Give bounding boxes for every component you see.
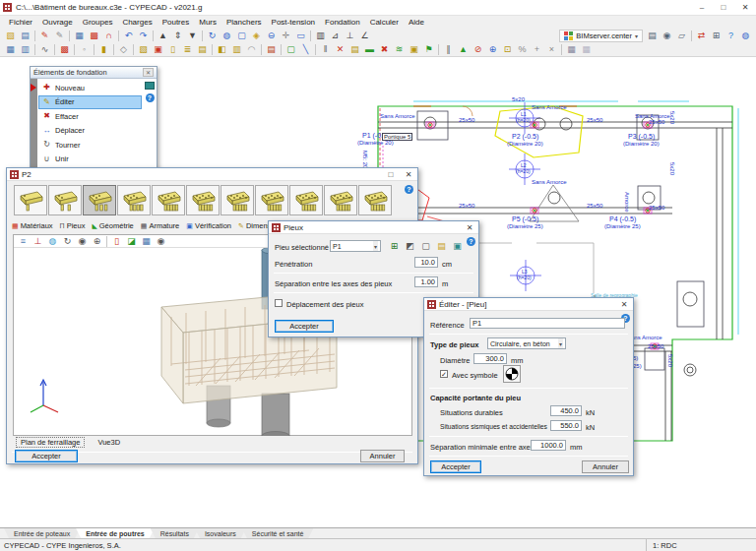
undo-icon[interactable]: ↶ xyxy=(121,30,136,42)
p2-accept-button[interactable]: Accepter xyxy=(15,450,78,462)
reference-field[interactable]: P1 xyxy=(470,318,625,329)
menu-groupes[interactable]: Groupes xyxy=(78,17,118,28)
column-insert-icon[interactable]: ▮ xyxy=(96,43,111,56)
plus-icon[interactable]: + xyxy=(530,43,544,56)
axes-icon[interactable]: ⊥ xyxy=(31,235,45,248)
pilecap-type-1[interactable] xyxy=(14,185,47,215)
layer-center-icon[interactable]: ⇕ xyxy=(170,30,185,42)
close-icon[interactable]: ✕ xyxy=(403,170,414,179)
menu-fichier[interactable]: Fichier xyxy=(4,17,37,28)
pile-select-combo[interactable]: P1 ▾ xyxy=(330,240,381,252)
pilecap-type-2[interactable] xyxy=(48,185,82,215)
lock-icon[interactable]: ⊡ xyxy=(500,43,515,56)
tab-dimens[interactable]: ✎Dimens xyxy=(238,221,271,230)
tab-materiaux[interactable]: ▦Matériaux xyxy=(12,221,53,230)
delete-beams-icon[interactable]: ✖ xyxy=(377,43,392,56)
anchor-icon[interactable]: ⊕ xyxy=(90,235,104,248)
close-button[interactable]: ✕ xyxy=(734,0,756,16)
sheet-tab-resultats[interactable]: Résultats xyxy=(151,528,199,538)
open-folder-icon[interactable]: ▧ xyxy=(3,30,18,42)
tab-verification[interactable]: ▣Vérification xyxy=(186,221,231,230)
close-icon[interactable]: ✕ xyxy=(618,300,630,309)
print-view-icon[interactable]: ▥ xyxy=(313,30,328,42)
menu-poutres[interactable]: Poutres xyxy=(158,17,195,28)
table-icon[interactable]: ▦ xyxy=(72,30,87,42)
menu-ouvrage[interactable]: Ouvrage xyxy=(37,17,78,28)
symbol-button[interactable] xyxy=(503,365,521,383)
tab-pieux[interactable]: ΠPieux xyxy=(60,221,86,230)
windows-icon[interactable]: ⊞ xyxy=(709,30,724,42)
no-symbol-icon[interactable]: ⊘ xyxy=(471,43,485,56)
rotate-view-icon[interactable]: ↻ xyxy=(60,235,75,248)
ramp-icon[interactable]: ≋ xyxy=(392,43,407,56)
magnet-icon[interactable]: ∩ xyxy=(101,30,116,42)
group-3d-icon[interactable]: ▦ xyxy=(3,43,18,56)
tab-armature[interactable]: ▦Armature xyxy=(141,221,179,230)
sheet-tab-entree-de-poutres[interactable]: Entrée de poutres xyxy=(76,528,155,538)
menu-aide[interactable]: Aide xyxy=(404,17,429,28)
palette-titlebar[interactable]: Éléments de fondation ✕ xyxy=(31,67,157,79)
help-icon[interactable]: ? xyxy=(467,237,475,246)
palette-item-deplacer[interactable]: ↔Déplacer xyxy=(38,124,142,139)
pilecap-type-8[interactable] xyxy=(255,185,288,215)
new-element-icon[interactable]: ▢ xyxy=(284,43,298,56)
dome-icon[interactable]: ◠ xyxy=(244,43,259,56)
section-line-icon[interactable]: ∿ xyxy=(37,43,52,56)
seismic-situations-field[interactable]: 550.0 xyxy=(550,420,582,431)
eye-icon[interactable]: ◉ xyxy=(75,235,90,248)
section-box-icon[interactable]: ▯ xyxy=(109,235,124,248)
p2-dialog-titlebar[interactable]: P2 □ ✕ xyxy=(7,168,417,181)
align-icon[interactable]: ∥ xyxy=(441,43,456,56)
zoom-out-icon[interactable]: ⊖ xyxy=(264,30,279,42)
drip-icon[interactable]: ◦ xyxy=(77,43,92,56)
table-b-icon[interactable]: ▦ xyxy=(579,43,594,56)
rails-icon[interactable]: ‖ xyxy=(318,43,333,56)
pile-type-combo[interactable]: Circulaire, en béton ▾ xyxy=(487,337,566,349)
menu-charges[interactable]: Charges xyxy=(117,17,157,28)
copy-pile-icon[interactable]: ▢ xyxy=(418,240,433,253)
measure-icon[interactable]: ⊿ xyxy=(328,30,343,42)
pilecap-type-5[interactable] xyxy=(152,185,185,215)
check-green-icon[interactable]: ◪ xyxy=(124,235,139,248)
layers-icon[interactable]: ≡ xyxy=(16,235,31,248)
bim-model-icon[interactable]: ▣ xyxy=(151,43,165,56)
pilecap-type-3[interactable] xyxy=(83,185,116,215)
edit-cancel-button[interactable]: Annuler xyxy=(582,460,629,473)
help-blue-icon[interactable]: ? xyxy=(724,30,738,42)
grid-red-icon[interactable]: ▩ xyxy=(87,30,101,42)
sheet-tab-entree-de-poteaux[interactable]: Entrée de poteaux xyxy=(4,528,80,538)
preview-icon[interactable]: ◉ xyxy=(660,30,674,42)
viewtab-plan-de-ferraillage[interactable]: Plan de ferraillage xyxy=(17,438,84,447)
edit-dialog-titlebar[interactable]: Éditer - [Pieu] ✕ xyxy=(424,298,633,311)
edit-red-icon[interactable]: ✎ xyxy=(37,30,52,42)
wall-gold-icon[interactable]: ▥ xyxy=(229,43,244,56)
stairs-icon[interactable]: ▤ xyxy=(347,43,362,56)
save-icon[interactable]: ▤ xyxy=(18,30,32,42)
paste-icon[interactable]: ▣ xyxy=(407,43,421,56)
export-icon[interactable]: ▱ xyxy=(674,30,689,42)
palette-item-effacer[interactable]: ✖Effacer xyxy=(38,109,142,124)
zoom-window-icon[interactable]: ▢ xyxy=(234,30,249,42)
flag-icon[interactable]: ⚑ xyxy=(421,43,436,56)
pan-icon[interactable]: ✛ xyxy=(279,30,293,42)
maximize-button[interactable]: □ xyxy=(713,0,734,16)
min-separation-field[interactable]: 1000.0 xyxy=(531,440,566,451)
tab-geometrie[interactable]: ◣Géométrie xyxy=(92,221,133,230)
penetration-field[interactable]: 10.0 xyxy=(414,257,438,268)
diameter-field[interactable]: 300.0 xyxy=(473,353,507,364)
menu-fondation[interactable]: Fondation xyxy=(320,17,365,28)
with-symbol-checkbox[interactable]: ✓ xyxy=(440,370,448,378)
close-icon[interactable]: ✕ xyxy=(464,223,475,232)
box3d-icon[interactable]: ▧ xyxy=(136,43,151,56)
edit-pile-icon[interactable]: ◩ xyxy=(403,240,417,253)
palette-close-icon[interactable]: ✕ xyxy=(143,68,154,77)
menu-murs[interactable]: Murs xyxy=(194,17,221,28)
sheet-tab-securite-et-sante[interactable]: Sécurité et santé xyxy=(242,528,314,538)
sheet-tab-isovaleurs[interactable]: Isovaleurs xyxy=(195,528,246,538)
help-icon[interactable]: ? xyxy=(146,93,155,102)
percent-icon[interactable]: % xyxy=(515,43,530,56)
edit-accept-button[interactable]: Accepter xyxy=(430,460,481,473)
help-icon[interactable]: ? xyxy=(405,185,413,194)
beam-green-icon[interactable]: ▬ xyxy=(362,43,377,56)
maximize-icon[interactable]: □ xyxy=(385,170,397,179)
